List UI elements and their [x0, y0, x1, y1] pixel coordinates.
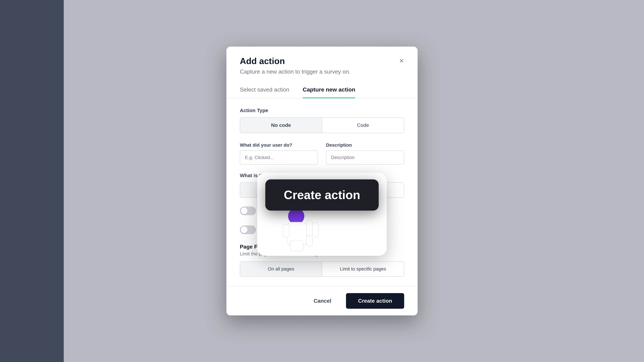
click-button[interactable]: Click [240, 183, 322, 197]
inner-text-toggle[interactable] [240, 225, 256, 234]
page-filter-title: Page Filter [240, 244, 404, 250]
close-icon: × [399, 56, 404, 65]
cancel-button[interactable]: Cancel [304, 293, 340, 309]
inner-text-title: Inner Text [260, 225, 342, 230]
dialog-title: Add action [240, 56, 404, 66]
css-selector-toggle[interactable] [240, 206, 256, 215]
css-selector-info: CSS Selector If a user clicks a button w… [260, 206, 364, 218]
limit-specific-pages-button[interactable]: Limit to specific pages [322, 262, 404, 276]
page-filter-group: On all pages Limit to specific pages [240, 261, 404, 277]
dialog-tabs: Select saved action Capture new action [226, 82, 418, 98]
what-did-user-do-input[interactable] [240, 150, 318, 165]
action-type-group: No code Code [240, 117, 404, 133]
dialog-subtitle: Capture a new action to trigger a survey… [240, 68, 404, 75]
inner-text-desc: If a user clicks a button with a specifi… [260, 232, 342, 237]
event-type-label: What is the event type? [240, 173, 404, 178]
user-action-row: What did your user do? Description [240, 142, 404, 165]
inner-text-row: Inner Text If a user clicks a button wit… [240, 225, 404, 237]
on-all-pages-button[interactable]: On all pages [240, 262, 322, 276]
dialog-body: Action Type No code Code What did your u… [226, 98, 418, 286]
tab-select-saved[interactable]: Select saved action [240, 82, 289, 98]
close-button[interactable]: × [396, 55, 408, 67]
dialog-footer: Cancel Create action [226, 286, 418, 316]
description-input[interactable] [326, 150, 404, 165]
css-selector-desc: If a user clicks a button with a specifi… [260, 213, 364, 218]
scroll-button[interactable]: Scroll [322, 183, 404, 197]
create-action-button[interactable]: Create action [346, 293, 404, 309]
action-type-label: Action Type [240, 108, 404, 113]
description-field: Description [326, 142, 404, 165]
inner-text-info: Inner Text If a user clicks a button wit… [260, 225, 342, 237]
page-filter-section: Page Filter Limit the pages on which thi… [240, 244, 404, 277]
css-selector-row: CSS Selector If a user clicks a button w… [240, 206, 404, 218]
css-selector-title: CSS Selector [260, 206, 364, 212]
what-did-user-do-label: What did your user do? [240, 142, 318, 148]
code-button[interactable]: Code [322, 118, 404, 133]
add-action-dialog: Add action Capture a new action to trigg… [226, 46, 418, 316]
event-type-group: Click Scroll [240, 182, 404, 198]
no-code-button[interactable]: No code [240, 118, 322, 133]
dialog-wrapper: Add action Capture a new action to trigg… [226, 46, 418, 316]
description-label: Description [326, 142, 404, 148]
tab-capture-new[interactable]: Capture new action [303, 82, 355, 98]
page-filter-desc: Limit the pages on which this action get… [240, 251, 404, 257]
what-did-user-do-field: What did your user do? [240, 142, 318, 165]
dialog-header: Add action Capture a new action to trigg… [226, 46, 418, 82]
